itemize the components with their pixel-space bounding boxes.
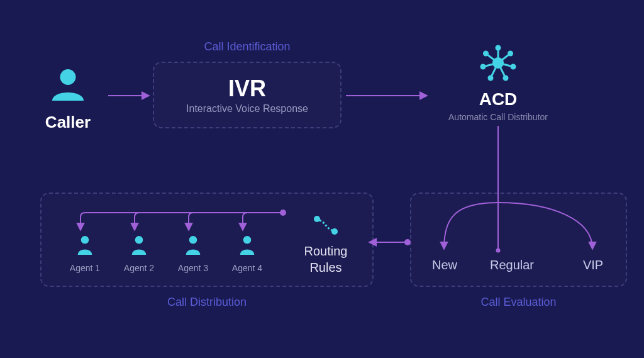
agent-1: Agent 1 [63,234,107,273]
svg-point-15 [483,51,489,57]
agent-3-label: Agent 3 [171,263,215,273]
agent-4: Agent 4 [225,234,269,273]
ivr-node: IVR Interactive Voice Response [153,62,341,128]
eval-category-regular: Regular [480,258,543,272]
routing-rules-node: Routing Rules [288,214,364,276]
ivr-title: IVR [228,76,266,102]
svg-point-21 [331,228,338,235]
svg-point-19 [243,236,252,244]
agent-3: Agent 3 [171,234,215,273]
svg-point-9 [496,45,501,51]
agent-icon [130,234,148,257]
eval-category-new: New [426,258,464,272]
ivr-subtitle: Interactive Voice Response [186,103,308,115]
person-icon [49,66,87,104]
svg-point-17 [135,236,143,244]
agent-2: Agent 2 [117,234,161,273]
svg-point-0 [60,69,76,85]
caller-label: Caller [30,113,106,132]
routing-icon [312,214,340,237]
svg-point-20 [314,216,320,222]
eval-category-vip: VIP [577,258,609,272]
section-label-evaluation: Call Evaluation [410,296,627,309]
routing-title: Routing Rules [288,243,364,276]
agent-4-label: Agent 4 [225,263,269,273]
svg-point-11 [511,64,516,70]
agent-icon [238,234,257,257]
diagram-canvas: Caller Call Identification IVR Interacti… [0,0,644,358]
section-label-distribution: Call Distribution [40,296,374,309]
agent-icon [184,234,203,257]
agent-icon [75,234,94,257]
caller-node: Caller [30,66,106,132]
svg-point-14 [480,64,486,70]
svg-point-12 [503,76,509,81]
svg-point-13 [488,76,494,81]
svg-point-16 [81,236,89,244]
svg-point-10 [508,51,513,57]
acd-node: ACD Automatic Call Distributor [435,44,561,122]
acd-title: ACD [435,89,561,109]
routing-line2: Rules [309,260,341,274]
agent-2-label: Agent 2 [117,263,161,273]
section-label-identification: Call Identification [153,40,341,53]
call-evaluation-box [410,193,627,287]
acd-subtitle: Automatic Call Distributor [435,112,561,122]
hub-icon [479,44,517,82]
routing-line1: Routing [304,244,348,258]
agent-1-label: Agent 1 [63,263,107,273]
svg-point-18 [189,236,197,244]
